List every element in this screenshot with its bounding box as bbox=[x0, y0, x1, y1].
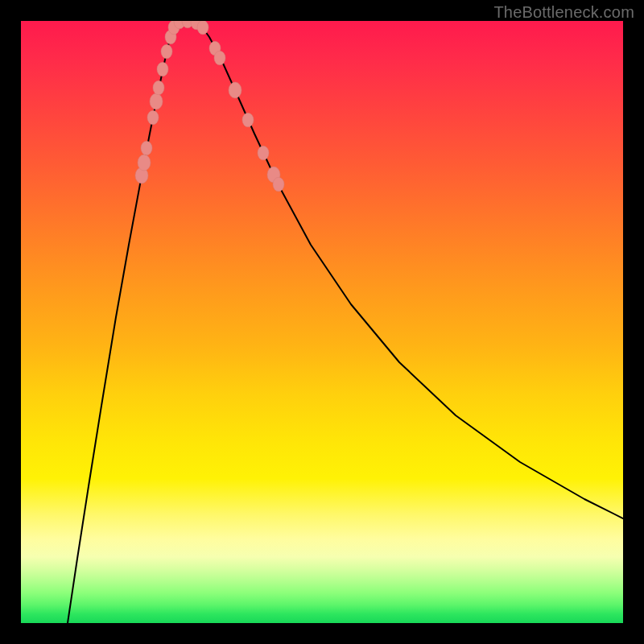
data-marker bbox=[229, 82, 242, 98]
data-marker bbox=[242, 113, 254, 127]
chart-svg bbox=[21, 21, 623, 623]
chart-frame bbox=[21, 21, 623, 623]
data-marker bbox=[197, 21, 208, 35]
data-marker bbox=[161, 44, 172, 59]
data-marker bbox=[157, 62, 168, 76]
marker-layer bbox=[135, 21, 284, 192]
data-marker bbox=[153, 80, 164, 95]
data-marker bbox=[147, 110, 159, 125]
data-marker bbox=[150, 93, 163, 109]
watermark-text: TheBottleneck.com bbox=[493, 3, 634, 22]
series-right-curve bbox=[195, 21, 623, 518]
data-marker bbox=[138, 155, 151, 171]
data-marker bbox=[214, 51, 225, 65]
series-left-curve bbox=[68, 21, 182, 623]
data-marker bbox=[258, 146, 269, 160]
data-marker bbox=[141, 141, 152, 155]
data-marker bbox=[273, 177, 284, 192]
